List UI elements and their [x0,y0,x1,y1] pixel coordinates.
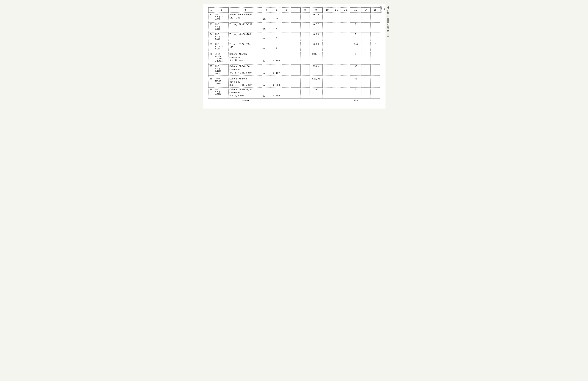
row-col8 [300,13,310,21]
row-price: 0,09 [310,42,322,51]
th-4: 4 [262,8,271,13]
row-col14 [361,77,370,87]
itogo-col-13: 358 [350,98,361,103]
row-total: 5 [350,52,361,63]
row-col10 [323,32,332,41]
row-col6 [282,42,291,51]
row-col12 [341,77,350,87]
row-price: 326,4 [310,64,322,76]
row-price: 0,I7 [310,22,322,31]
row-col7 [291,64,300,76]
row-total: 35 [350,64,361,76]
row-ref: СНиП ч.5 р.I п.2280 [214,87,229,98]
row-col12 [341,52,350,63]
row-col8 [300,64,310,76]
row-ref: СНиП ч.5 р.3 п.3I0 [214,32,229,41]
row-unit: км [262,64,271,76]
th-3: 3 [229,8,262,13]
row-ref: I5-09 доп.20 т.4-052 [214,77,229,87]
row-col11 [332,64,341,76]
row-col8 [300,32,310,41]
row-col11 [332,13,341,21]
row-unit: шт. [262,22,271,31]
row-qty: 0,004 [271,87,282,98]
th-2: 2 [214,8,229,13]
row-col7 [291,13,300,21]
row-col10 [323,64,332,76]
row-col15 [370,22,380,31]
row-number: 35 [208,42,214,51]
row-number: 36 [208,52,214,63]
row-col7 [291,22,300,31]
itogo-col-7 [291,98,300,103]
itogo-col-14 [361,98,370,103]
row-col7 [291,32,300,41]
row-col10 [323,13,332,21]
itogo-col-5 [271,98,282,103]
th-14: I4 [361,8,370,13]
row-price: 59I,I5 [310,52,322,63]
row-ref: СНиП ч.5 р.3 п.285 [214,13,229,21]
row-description: То же, БК-I27-I00 [229,22,262,31]
th-13: I3 [350,8,361,13]
itogo-col-11 [332,98,341,103]
page-wrapper: ТПР №23.3-095684лБОМ IV ч/2 - 28 - 9394/… [203,4,385,108]
row-col14 [361,13,370,21]
row-col6 [282,52,291,63]
row-unit: шт. [262,32,271,41]
table-row: 38I5-09 доп.20 т.4-052Кабель КПП'СН сече… [208,77,380,87]
side-text: ТПР №23.3-095684лБОМ IV ч/2 - 28 - 9394/… [380,4,389,108]
row-ref: I5-09 доп.IO т.3-066 к=I,I26 [214,52,229,63]
th-10: IO [323,8,332,13]
row-col7 [291,87,300,98]
table-row: 39СНиП ч.5 р.I п.2280Кабель АИВВГ-0,66 с… [208,87,380,98]
table-row: 34СНиП ч.5 р.3 п.3I0То же, МО-36-I00шт.6… [208,32,380,41]
row-col10 [323,22,332,31]
row-number: 38 [208,77,214,87]
row-unit: км [262,77,271,87]
itogo-col-4 [262,98,271,103]
th-8: 8 [300,8,310,13]
itogo-col-10 [323,98,332,103]
row-number: 37 [208,64,214,76]
row-col15 [370,52,380,63]
table-row: 37СНиП п.5 р.I п.I059 к=I,2Кабель ВВГ-0,… [208,64,380,76]
row-qty: 0,009 [271,52,282,63]
row-col7 [291,77,300,87]
row-qty: 8 [271,22,282,31]
th-1: I [208,8,214,13]
row-unit: шт. [262,13,271,21]
table-row: 33СНиП п.5 р.3 п.273То же, БК-I27-I00шт.… [208,22,380,31]
row-col6 [282,13,291,21]
row-qty: IO [271,13,282,21]
itogo-col-12 [341,98,350,103]
row-ref: СНиП ч.5 р.3 п.252 [214,42,229,51]
row-col15 [370,77,380,87]
row-ref: СНиП п.5 р.I п.I059 к=I,2 [214,64,229,76]
row-col7 [291,42,300,51]
itogo-col-3: Итого [229,98,262,103]
itogo-row: Итого358 [208,98,380,103]
row-col11 [332,77,341,87]
row-unit: км [262,52,271,63]
row-col15 [370,64,380,76]
itogo-col-15 [370,98,380,103]
row-qty: 0,I07 [271,64,282,76]
row-col7 [291,52,300,63]
row-col6 [282,22,291,31]
itogo-col-2 [214,98,229,103]
row-col6 [282,64,291,76]
th-11: II [332,8,341,13]
th-7: 7 [291,8,300,13]
row-unit: км [262,87,271,98]
row-price: 0,I9 [310,13,322,21]
row-col8 [300,42,310,51]
row-price: 0,09 [310,32,322,41]
row-description: Кабель КПП'СН сечением 3х2,5 + IхI,5 мм² [229,77,262,87]
row-number: 32 [208,13,214,21]
row-col15 [370,32,380,41]
row-number: 33 [208,22,214,31]
table-row: 36I5-09 доп.IO т.3-066 к=I,I26Кабель АВБ… [208,52,380,63]
th-5: 5 [271,8,282,13]
row-col14 [361,52,370,63]
